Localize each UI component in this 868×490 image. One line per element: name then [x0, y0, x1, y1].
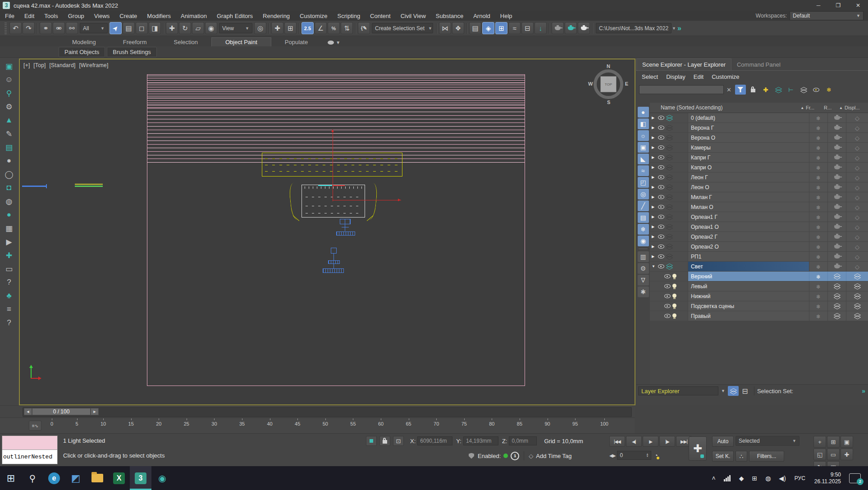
- rendered-frame-window-icon[interactable]: [565, 22, 577, 34]
- expand-icon[interactable]: ▶: [652, 116, 658, 120]
- filter-funnel-icon[interactable]: ∇: [638, 275, 649, 286]
- toggle-scene-explorer-icon[interactable]: ▤: [469, 22, 481, 34]
- taskbar-3dsmax-icon[interactable]: 3: [130, 466, 151, 490]
- open-mini-curve-editor-icon[interactable]: ≡∿: [29, 421, 41, 431]
- go-to-start-icon[interactable]: |◀◀: [609, 436, 625, 447]
- explorer-menu-display[interactable]: Display: [666, 73, 685, 80]
- expand-icon[interactable]: ▶: [652, 225, 658, 229]
- row-name[interactable]: Верона О: [688, 133, 809, 142]
- render-cell[interactable]: [827, 143, 846, 152]
- menu-tools[interactable]: Tools: [39, 13, 63, 19]
- row-name[interactable]: Верона Г: [688, 123, 809, 132]
- render-cell[interactable]: [827, 291, 846, 301]
- display-shapes-icon[interactable]: ◧: [638, 118, 649, 129]
- cone-icon[interactable]: ▲: [3, 114, 15, 126]
- selection-filter-dropdown[interactable]: All▼: [80, 23, 108, 33]
- start-button[interactable]: ⊞: [0, 466, 22, 490]
- angle-snap-icon[interactable]: ∠: [315, 22, 327, 34]
- freeze-cell[interactable]: [809, 262, 827, 271]
- blue-object-bar[interactable]: [22, 186, 47, 187]
- visibility-eye-icon[interactable]: [658, 175, 664, 179]
- zoom-all-icon[interactable]: ⊞: [827, 436, 840, 448]
- current-frame-field[interactable]: 0 ▲▼: [617, 451, 651, 460]
- column-render[interactable]: R...: [824, 105, 837, 110]
- render-cell[interactable]: [827, 301, 846, 311]
- menu-content[interactable]: Content: [365, 13, 396, 19]
- freeze-cell[interactable]: [809, 113, 827, 122]
- render-cell[interactable]: [827, 242, 846, 251]
- freeze-cell[interactable]: [809, 281, 827, 291]
- render-cell[interactable]: [827, 232, 846, 241]
- display-frozen-icon[interactable]: ❄: [638, 224, 649, 235]
- render-cell[interactable]: [827, 212, 846, 222]
- render-cell[interactable]: [827, 182, 846, 192]
- zoom-region-icon[interactable]: ▭: [827, 449, 840, 460]
- close-button[interactable]: ✕: [848, 0, 868, 11]
- schematic-view-icon[interactable]: ⊟: [521, 22, 534, 34]
- menu-edit[interactable]: Edit: [19, 13, 39, 19]
- notification-icon[interactable]: 2: [849, 473, 861, 483]
- display-cell[interactable]: [846, 202, 868, 212]
- light-array-wireframe[interactable]: [262, 153, 402, 177]
- render-cell[interactable]: [827, 172, 846, 182]
- pan-icon[interactable]: ✚: [841, 449, 853, 460]
- display-xrefs-icon[interactable]: ◎: [638, 189, 649, 200]
- language-indicator[interactable]: РУС: [795, 475, 805, 481]
- row-name[interactable]: Леон Г: [688, 172, 809, 182]
- render-cell[interactable]: [827, 163, 846, 172]
- listener-script-row[interactable]: outlinerNested: [2, 450, 57, 464]
- light-row[interactable]: Подсветка сцены: [650, 301, 868, 311]
- select-object-icon[interactable]: ➤: [110, 22, 122, 34]
- previous-frame-icon[interactable]: ◀|: [626, 436, 642, 447]
- gear-icon[interactable]: ⚙: [3, 101, 15, 113]
- display-cell[interactable]: [846, 291, 868, 301]
- track-bar[interactable]: ≡∿ 0510152025303540455055606570758085909…: [0, 417, 635, 434]
- compass-east[interactable]: E: [625, 81, 628, 86]
- display-cell[interactable]: [846, 262, 868, 271]
- settings-icon[interactable]: ⚙: [638, 263, 649, 274]
- menu-graph-editors[interactable]: Graph Editors: [212, 13, 258, 19]
- select-and-rotate-icon[interactable]: ↻: [179, 22, 191, 34]
- row-name[interactable]: Орлеан2 Г: [688, 232, 809, 241]
- zoom-icon[interactable]: +: [813, 436, 826, 448]
- use-pivot-point-icon[interactable]: ◎: [254, 22, 266, 34]
- maxscript-mini-listener[interactable]: outlinerNested: [2, 436, 58, 464]
- pick-icon[interactable]: ✱: [638, 286, 649, 297]
- edit-named-selection-sets-icon[interactable]: {✎: [358, 22, 370, 34]
- panel-tab-command-panel[interactable]: Command Panel: [731, 59, 786, 70]
- toggle-layer-explorer-icon[interactable]: ◈: [482, 22, 494, 34]
- layer-row[interactable]: ▶ Леон О: [650, 182, 868, 192]
- explorer-menu-edit[interactable]: Edit: [694, 73, 704, 80]
- layer-row[interactable]: ▼ Свет: [650, 262, 868, 271]
- tray-grid-icon[interactable]: ⊞: [752, 475, 757, 482]
- light-row[interactable]: Верхний: [650, 272, 868, 281]
- layer-mode-icon[interactable]: [728, 386, 739, 396]
- redo-icon[interactable]: ↷: [23, 22, 35, 34]
- menu-scripting[interactable]: Scripting: [333, 13, 365, 19]
- freeze-cell[interactable]: [809, 311, 827, 321]
- collapse-all-icon[interactable]: [798, 85, 809, 95]
- display-lights-icon[interactable]: ☼: [638, 130, 649, 141]
- display-helpers-icon[interactable]: ◣: [638, 154, 649, 164]
- tray-bars-icon[interactable]: [724, 475, 731, 481]
- render-setup-icon[interactable]: [552, 22, 564, 34]
- render-cell[interactable]: [827, 252, 846, 261]
- row-name[interactable]: Капри Г: [688, 153, 809, 162]
- display-cell[interactable]: [846, 252, 868, 261]
- row-name[interactable]: Верхний: [688, 272, 809, 281]
- column-display[interactable]: Displ...: [845, 105, 868, 110]
- viewport-menu-visual-style[interactable]: [Standard]: [49, 62, 75, 68]
- explorer-menu-customize[interactable]: Customize: [712, 73, 739, 80]
- align-icon[interactable]: ❖: [452, 22, 464, 34]
- row-name[interactable]: РП1: [688, 252, 809, 261]
- help2-icon[interactable]: ?: [3, 317, 15, 329]
- visibility-eye-icon[interactable]: [658, 225, 664, 229]
- expand-icon[interactable]: ▶: [652, 235, 658, 239]
- ribbon-tab-object-paint[interactable]: Object Paint: [211, 37, 271, 46]
- menu-help[interactable]: Help: [495, 13, 517, 19]
- layer-row[interactable]: ▶ РП1: [650, 252, 868, 261]
- reference-coordinate-system-dropdown[interactable]: View▼: [219, 23, 252, 33]
- display-cell[interactable]: [846, 143, 868, 152]
- row-name[interactable]: Подсветка сцены: [688, 301, 809, 311]
- freeze-cell[interactable]: [809, 301, 827, 311]
